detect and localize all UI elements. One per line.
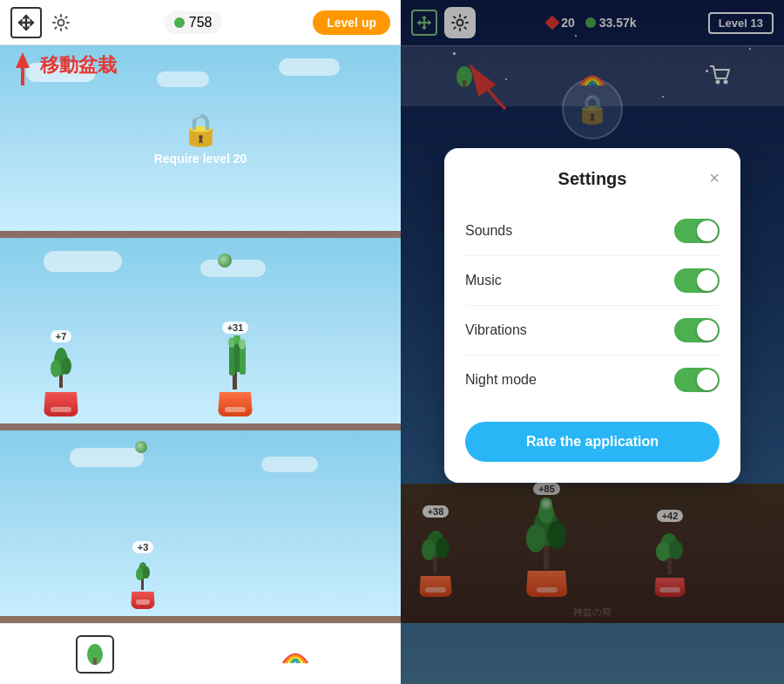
settings-title: Settings <box>558 169 627 189</box>
lock-icon: 🔒 <box>181 112 220 148</box>
nightmode-label: Night mode <box>465 372 537 388</box>
plant-1: +7 <box>44 330 78 416</box>
vibrations-toggle-knob <box>697 320 718 341</box>
nav-plants-button[interactable] <box>76 635 114 674</box>
svg-point-0 <box>58 19 64 25</box>
music-toggle[interactable] <box>674 268 720 293</box>
vibrations-toggle[interactable] <box>674 318 720 342</box>
settings-row-sounds: Sounds <box>465 207 720 256</box>
svg-point-3 <box>51 360 61 377</box>
plant-svg-2 <box>219 335 252 392</box>
svg-point-11 <box>239 339 246 349</box>
vibrations-label: Vibrations <box>465 322 527 338</box>
settings-row-music: Music <box>465 256 720 306</box>
cloud <box>279 58 340 76</box>
settings-icon-button[interactable] <box>49 10 73 35</box>
right-panel: 🔒 20 <box>401 0 784 684</box>
modal-overlay: Settings × Sounds Music Vibrations <box>401 0 784 684</box>
coins-display: 758 <box>164 11 223 34</box>
left-header-left <box>10 7 73 38</box>
annotation-text: 移動盆栽 <box>40 52 117 78</box>
music-toggle-knob <box>697 270 718 291</box>
svg-point-14 <box>136 568 143 580</box>
annotation: 移動盆栽 <box>9 45 117 85</box>
sounds-label: Sounds <box>465 223 512 239</box>
nav-rainbow-button[interactable] <box>266 639 325 670</box>
move-icon-button[interactable] <box>10 7 42 38</box>
points-badge-2: +31 <box>222 322 249 334</box>
rate-application-button[interactable]: Rate the application <box>465 422 720 462</box>
coin-count: 758 <box>189 15 213 30</box>
left-panel: 758 Level up 移動盆栽 🔒 Require level 20 <box>0 0 401 684</box>
floating-orb-2 <box>135 441 147 453</box>
left-header: 758 Level up <box>0 0 401 45</box>
plant-2: +31 <box>218 322 253 416</box>
plant-svg-3 <box>133 555 152 592</box>
pot-2 <box>218 392 253 416</box>
nightmode-toggle-knob <box>697 369 718 390</box>
sounds-toggle-knob <box>697 220 718 241</box>
plant-svg-1 <box>47 344 75 392</box>
cloud <box>70 448 144 467</box>
points-badge-1: +7 <box>51 330 72 342</box>
sounds-toggle[interactable] <box>674 219 720 243</box>
plant-3: +3 <box>131 541 155 609</box>
shelf-2: +7 +31 <box>0 238 401 430</box>
modal-close-button[interactable]: × <box>709 169 720 186</box>
cloud <box>261 457 318 472</box>
points-badge-3: +3 <box>132 541 154 553</box>
music-label: Music <box>465 273 502 288</box>
svg-rect-17 <box>93 658 97 665</box>
svg-point-15 <box>143 566 150 579</box>
settings-row-vibrations: Vibrations <box>465 306 720 356</box>
require-level-text: Require level 20 <box>154 152 247 166</box>
settings-modal: Settings × Sounds Music Vibrations <box>444 148 740 483</box>
shelf-3: +3 <box>0 430 401 623</box>
shelves-area: 🔒 Require level 20 +7 +31 <box>0 45 401 623</box>
coin-icon <box>174 17 185 28</box>
modal-header: Settings × <box>465 169 720 189</box>
pot-3 <box>131 592 155 609</box>
left-bottom-nav <box>0 623 401 684</box>
nightmode-toggle[interactable] <box>674 368 720 392</box>
cloud <box>44 251 122 272</box>
settings-row-nightmode: Night mode <box>465 356 720 404</box>
svg-point-4 <box>61 357 71 375</box>
cloud <box>200 260 266 277</box>
pot-1 <box>44 392 78 416</box>
cloud <box>157 71 209 87</box>
level-up-button[interactable]: Level up <box>313 10 390 35</box>
floating-orb <box>218 254 232 268</box>
